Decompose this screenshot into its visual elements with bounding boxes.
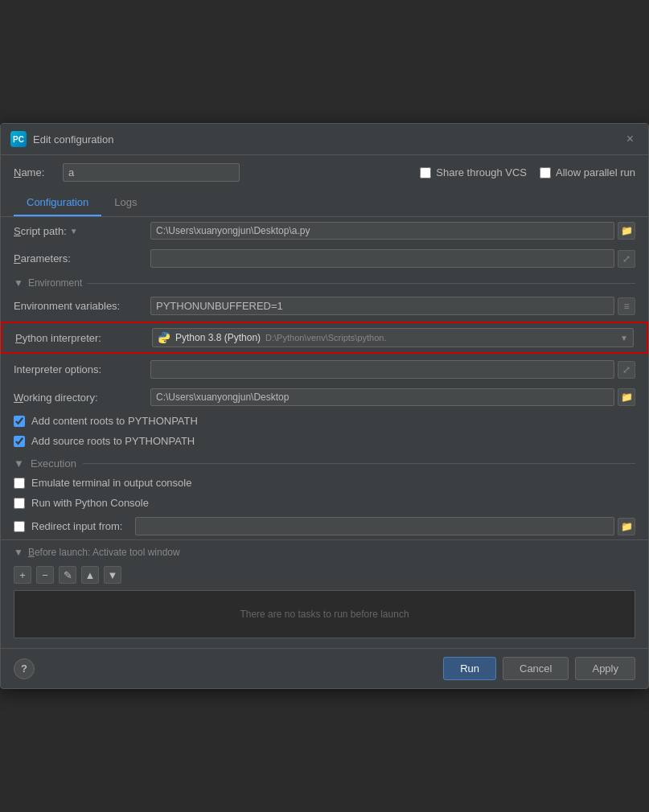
share-vcs-label: Share through VCS [436,166,527,178]
python-interpreter-row: Python interpreter: [1,322,648,354]
parameters-expand-button[interactable]: ⤢ [618,250,635,268]
interpreter-options-input-wrapper: ⤢ [150,360,635,379]
before-launch-toolbar: + − ✎ ▲ ▼ [14,563,635,587]
tabs: Configuration Logs [1,190,648,217]
content-area: Script path: ▼ 📁 Parameters: ⤢ ▼ E [1,217,648,648]
env-vars-input[interactable] [150,297,614,315]
working-directory-browse-button[interactable]: 📁 [618,388,635,406]
script-path-browse-button[interactable]: 📁 [618,222,635,240]
interpreter-name: Python 3.8 (Python) [175,332,261,343]
execution-divider [83,463,635,464]
interpreter-options-row: Interpreter options: ⤢ [1,355,648,383]
tasks-empty-area: There are no tasks to run before launch [14,590,635,638]
add-task-button[interactable]: + [14,566,31,584]
env-vars-row: Environment variables: ≡ [1,292,648,320]
tasks-empty-label: There are no tasks to run before launch [240,609,409,620]
add-content-roots-row: Add content roots to PYTHONPATH [1,411,648,431]
dialog-title: Edit configuration [33,133,113,146]
allow-parallel-label: Allow parallel run [556,166,635,178]
cancel-button[interactable]: Cancel [503,657,569,680]
script-path-input[interactable] [150,222,614,240]
redirect-input-file-wrapper: 📁 [135,517,635,535]
name-input[interactable] [63,163,240,182]
move-task-up-button[interactable]: ▲ [81,566,99,584]
redirect-input-browse-button[interactable]: 📁 [618,518,635,535]
move-task-down-button[interactable]: ▼ [104,566,121,584]
env-vars-edit-button[interactable]: ≡ [618,297,635,315]
interpreter-options-label: Interpreter options: [14,363,150,375]
interpreter-options-expand-button[interactable]: ⤢ [618,361,635,379]
bottom-bar: ? Run Cancel Apply [1,648,648,688]
apply-button[interactable]: Apply [575,657,635,680]
execution-triangle-icon: ▼ [14,457,24,470]
python-interpreter-input-wrapper: Python 3.8 (Python) D:\Python\venv\Scrip… [152,328,634,347]
add-content-roots-label: Add content roots to PYTHONPATH [31,415,198,427]
add-source-roots-row: Add source roots to PYTHONPATH [1,431,648,451]
interpreter-dropdown-arrow: ▼ [620,334,628,342]
emulate-terminal-row: Emulate terminal in output console [1,473,648,493]
redirect-input-file-input[interactable] [135,517,614,535]
redirect-input-label: Redirect input from: [31,520,122,532]
name-label: Name: [14,166,50,178]
add-source-roots-checkbox[interactable] [14,436,25,447]
python-icon [158,331,170,344]
interpreter-options-input[interactable] [150,360,614,379]
before-launch-section: ▼ Before launch: Activate tool window + … [1,539,648,648]
redirect-input-checkbox[interactable] [14,521,25,532]
parameters-label: Parameters: [14,252,150,265]
tab-logs[interactable]: Logs [101,190,150,216]
execution-section-label: Execution [31,457,76,470]
emulate-terminal-checkbox[interactable] [14,478,25,489]
parameters-input-wrapper: ⤢ [150,249,635,268]
tab-configuration[interactable]: Configuration [14,190,101,216]
run-python-console-row: Run with Python Console [1,493,648,513]
script-path-label-wrapper: Script path: ▼ [14,225,150,237]
parameters-row: Parameters: ⤢ [1,244,648,273]
working-directory-input[interactable] [150,388,614,406]
python-interpreter-dropdown[interactable]: Python 3.8 (Python) D:\Python\venv\Scrip… [152,328,634,347]
share-vcs-checkbox[interactable] [420,167,431,178]
edit-task-button[interactable]: ✎ [59,566,76,584]
remove-task-button[interactable]: − [36,566,54,584]
environment-divider [87,283,635,284]
name-row-right: Share through VCS Allow parallel run [420,166,635,178]
title-bar-left: PC Edit configuration [10,131,113,147]
working-directory-row: Working directory: 📁 [1,383,648,411]
python-interpreter-label: Python interpreter: [15,332,152,344]
redirect-input-row: Redirect input from: 📁 [1,513,648,539]
help-button[interactable]: ? [14,658,35,679]
script-path-dropdown-arrow[interactable]: ▼ [70,227,78,236]
run-python-console-label: Run with Python Console [31,497,149,509]
title-bar: PC Edit configuration × [1,124,648,155]
working-directory-input-wrapper: 📁 [150,388,635,406]
main-content: Script path: ▼ 📁 Parameters: ⤢ ▼ E [1,217,648,648]
edit-configuration-dialog: PC Edit configuration × Name: Share thro… [0,123,649,689]
allow-parallel-checkbox[interactable] [540,167,551,178]
env-vars-label: Environment variables: [14,300,150,312]
environment-triangle-icon: ▼ [14,277,23,289]
run-button[interactable]: Run [443,657,496,680]
bottom-bar-right: Run Cancel Apply [443,657,635,680]
before-launch-triangle-icon: ▼ [14,547,23,558]
before-launch-header: ▼ Before launch: Activate tool window [14,547,635,558]
run-python-console-checkbox[interactable] [14,498,25,509]
interpreter-path: D:\Python\venv\Scripts\python. [265,333,386,342]
before-launch-label: Before launch: Activate tool window [28,547,180,558]
emulate-terminal-label: Emulate terminal in output console [31,477,191,489]
add-content-roots-checkbox[interactable] [14,416,25,427]
script-path-row: Script path: ▼ 📁 [1,217,648,244]
allow-parallel-checkbox-row: Allow parallel run [540,166,635,178]
app-icon: PC [10,131,27,147]
parameters-input[interactable] [150,249,614,268]
script-path-label: Script path: [14,225,67,237]
share-vcs-checkbox-row: Share through VCS [420,166,527,178]
name-row: Name: Share through VCS Allow parallel r… [1,155,648,190]
execution-section-header: ▼ Execution [1,451,648,473]
environment-section-header: ▼ Environment [1,273,648,292]
add-source-roots-label: Add source roots to PYTHONPATH [31,435,195,447]
environment-section-label: Environment [28,277,82,289]
close-button[interactable]: × [622,130,639,148]
working-directory-label: Working directory: [14,392,150,404]
script-path-input-wrapper: 📁 [150,222,635,240]
env-vars-input-wrapper: ≡ [150,297,635,315]
